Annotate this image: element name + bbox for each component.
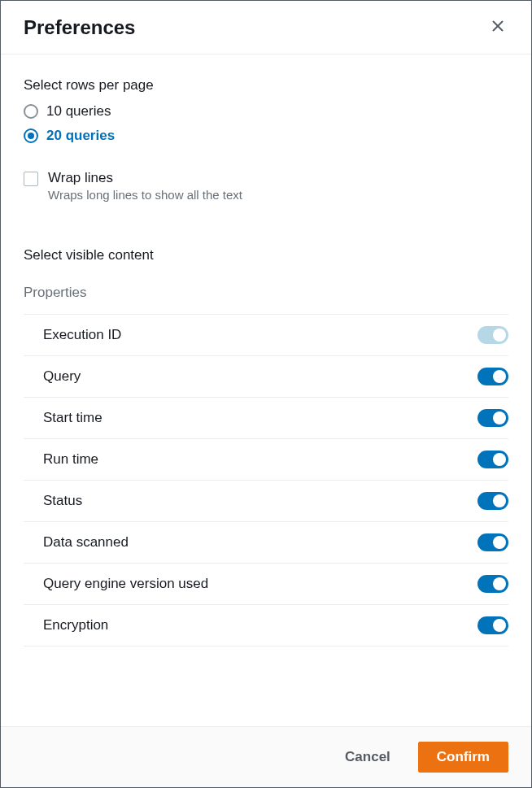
toggle-query-engine-version[interactable] (477, 575, 508, 593)
property-row-start-time: Start time (24, 398, 508, 439)
properties-heading: Properties (24, 285, 508, 315)
toggle-query[interactable] (477, 368, 508, 385)
preferences-modal: Preferences Select rows per page 10 quer… (0, 0, 532, 788)
property-label: Run time (43, 451, 98, 468)
modal-header: Preferences (1, 1, 531, 54)
property-label: Query (43, 368, 81, 385)
toggle-execution-id[interactable] (477, 326, 508, 344)
property-label: Data scanned (43, 534, 129, 551)
wrap-lines-option[interactable]: Wrap lines Wraps long lines to show all … (24, 170, 508, 202)
property-row-status: Status (24, 481, 508, 522)
visible-content-label: Select visible content (24, 247, 508, 263)
property-label: Encryption (43, 617, 108, 633)
checkbox-icon (24, 172, 38, 186)
property-label: Execution ID (43, 327, 121, 343)
property-row-execution-id: Execution ID (24, 315, 508, 356)
confirm-button[interactable]: Confirm (418, 742, 508, 773)
close-icon (491, 19, 505, 36)
property-row-data-scanned: Data scanned (24, 522, 508, 564)
wrap-lines-texts: Wrap lines Wraps long lines to show all … (48, 170, 242, 202)
radio-label: 10 queries (46, 103, 111, 120)
toggle-start-time[interactable] (477, 409, 508, 427)
wrap-lines-description: Wraps long lines to show all the text (48, 188, 242, 202)
close-button[interactable] (487, 15, 508, 39)
property-row-query-engine-version: Query engine version used (24, 564, 508, 605)
rows-per-page-label: Select rows per page (24, 77, 508, 94)
visible-content-section: Select visible content Properties Execut… (24, 247, 508, 647)
radio-option-10-queries[interactable]: 10 queries (24, 103, 508, 120)
radio-icon (24, 104, 38, 119)
toggle-encryption[interactable] (477, 616, 508, 634)
modal-title: Preferences (24, 16, 135, 39)
wrap-lines-label: Wrap lines (48, 170, 242, 186)
property-row-run-time: Run time (24, 439, 508, 481)
modal-footer: Cancel Confirm (1, 726, 531, 787)
modal-body: Select rows per page 10 queries 20 queri… (1, 54, 531, 726)
property-label: Status (43, 493, 82, 509)
cancel-button[interactable]: Cancel (327, 742, 408, 773)
property-row-encryption: Encryption (24, 605, 508, 647)
radio-icon (24, 128, 38, 143)
property-label: Query engine version used (43, 576, 208, 592)
property-label: Start time (43, 410, 102, 426)
toggle-status[interactable] (477, 492, 508, 510)
radio-option-20-queries[interactable]: 20 queries (24, 128, 508, 144)
toggle-data-scanned[interactable] (477, 533, 508, 551)
radio-label: 20 queries (46, 128, 115, 144)
toggle-run-time[interactable] (477, 451, 508, 468)
property-row-query: Query (24, 356, 508, 398)
